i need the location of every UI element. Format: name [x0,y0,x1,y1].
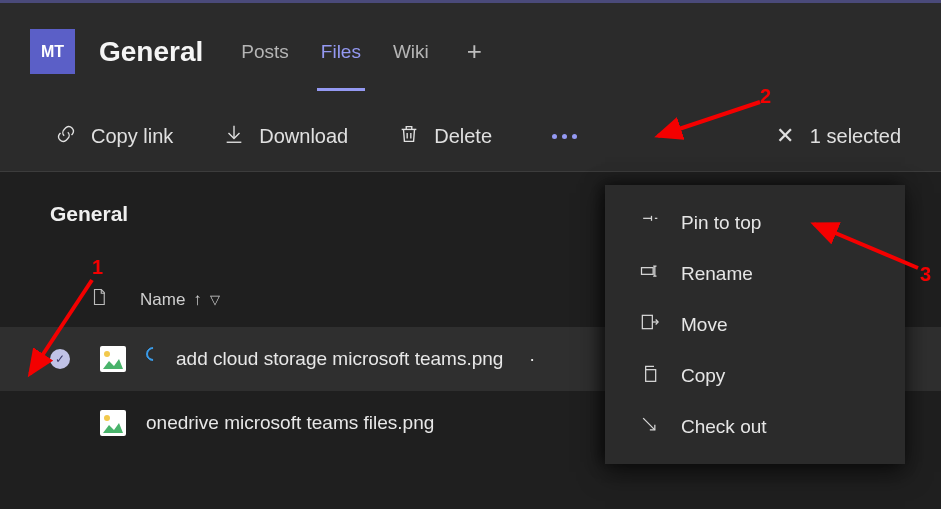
delete-label: Delete [434,125,492,148]
checkout-icon [639,414,659,439]
clear-selection-button[interactable]: ✕ [776,123,794,149]
link-icon [55,123,77,150]
file-name: add cloud storage microsoft teams.png [176,348,503,370]
chevron-down-icon: ▽ [210,292,220,307]
menu-rename-label: Rename [681,263,753,285]
svg-rect-1 [642,315,652,328]
move-icon [639,312,659,337]
copy-link-label: Copy link [91,125,173,148]
tab-posts[interactable]: Posts [237,13,293,91]
more-actions-button[interactable] [542,124,587,149]
team-avatar[interactable]: MT [30,29,75,74]
download-icon [223,123,245,150]
tab-files[interactable]: Files [317,13,365,91]
menu-copy-label: Copy [681,365,725,387]
tab-wiki[interactable]: Wiki [389,13,433,91]
trash-icon [398,123,420,150]
download-button[interactable]: Download [223,123,348,150]
rename-icon [639,261,659,286]
sort-asc-icon: ↑ [193,290,202,310]
annotation-label-2: 2 [760,85,771,108]
row-more-icon[interactable]: · [529,348,534,370]
add-tab-button[interactable]: + [467,36,482,67]
name-column-header[interactable]: Name ↑ ▽ [140,290,220,310]
annotation-arrow-2 [652,98,770,144]
svg-line-4 [658,102,760,136]
annotation-label-1: 1 [92,256,103,279]
row-check-placeholder[interactable] [50,413,70,433]
selection-count-label: 1 selected [810,125,901,148]
svg-line-3 [30,280,92,374]
selection-indicator: ✕ 1 selected [776,123,901,149]
image-file-icon [100,410,126,436]
copy-link-button[interactable]: Copy link [55,123,173,150]
sync-icon [146,347,160,361]
menu-move-label: Move [681,314,727,336]
menu-checkout[interactable]: Check out [605,401,905,452]
menu-pin-label: Pin to top [681,212,761,234]
command-bar: Copy link Download Delete ✕ 1 selected [0,100,941,172]
svg-rect-2 [646,370,656,382]
image-file-icon [100,346,126,372]
annotation-arrow-1 [22,272,102,384]
menu-move[interactable]: Move [605,299,905,350]
pin-icon [639,210,659,235]
menu-copy[interactable]: Copy [605,350,905,401]
copy-icon [639,363,659,388]
channel-title: General [99,36,203,68]
name-column-label: Name [140,290,185,310]
annotation-label-3: 3 [920,263,931,286]
delete-button[interactable]: Delete [398,123,492,150]
download-label: Download [259,125,348,148]
annotation-arrow-3 [808,218,926,274]
file-name: onedrive microsoft teams files.png [146,412,434,434]
channel-header: MT General Posts Files Wiki + [0,0,941,100]
menu-checkout-label: Check out [681,416,767,438]
svg-rect-0 [642,268,654,275]
svg-line-5 [814,224,918,268]
